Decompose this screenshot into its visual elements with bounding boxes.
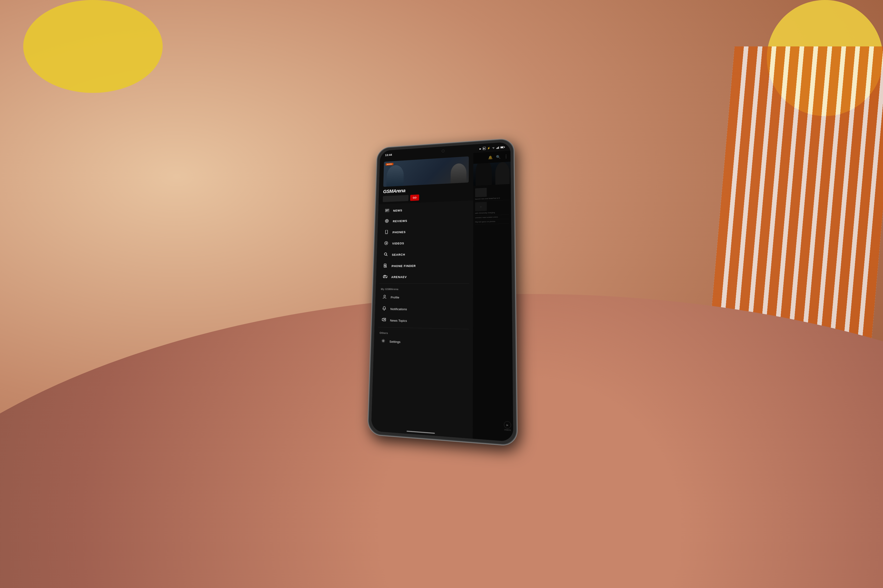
svg-point-6: [387, 220, 387, 221]
screen-content: launch new and MatePad st 6 ▶ with Dimen…: [371, 150, 513, 441]
nav-label-settings: Settings: [390, 340, 401, 344]
nav-label-phones: PHONES: [393, 230, 406, 234]
svg-point-20: [384, 295, 385, 297]
finder-icon: [383, 264, 388, 268]
phone-body: 13:44 ▶ ▶ ⚡: [368, 138, 517, 446]
nav-item-videos[interactable]: VIDEOS: [379, 236, 471, 249]
nav-item-profile[interactable]: Profile: [377, 291, 471, 303]
arenaev-icon: [383, 275, 387, 279]
nav-label-news-topics: News Topics: [390, 318, 407, 322]
nav-item-settings[interactable]: Settings: [376, 335, 471, 350]
reviews-icon: [385, 219, 389, 224]
nav-label-phone-finder: PHONE FINDER: [391, 264, 416, 267]
svg-rect-2: [386, 210, 389, 210]
nav-label-search: SEARCH: [392, 253, 405, 256]
news-icon: [385, 209, 390, 213]
search-go-button[interactable]: GO: [410, 194, 419, 201]
drawer-nav: NEWS REVIEWS: [371, 200, 473, 438]
notifications-icon: [382, 306, 387, 311]
navigation-drawer: MARS GSMArena GO: [371, 153, 473, 439]
nav-label-notifications: Notifications: [390, 307, 407, 311]
nav-item-arenaev[interactable]: ARENAEV: [378, 271, 471, 282]
bg-decoration-yellow-top: [23, 0, 162, 93]
nav-label-reviews: REVIEWS: [393, 219, 407, 223]
youtube-status-icon: ▶: [480, 147, 481, 150]
hero-person2: [451, 163, 466, 183]
my-gsmarena-section-label: My GSMArena: [376, 285, 473, 291]
nav-item-phone-finder[interactable]: PHONE FINDER: [378, 259, 471, 272]
topics-icon: [382, 318, 386, 322]
yt-icon: ▶: [483, 147, 486, 150]
phones-icon: [384, 230, 389, 235]
hero-person1: [387, 165, 404, 187]
nav-item-news-topics[interactable]: News Topics: [376, 315, 471, 327]
phone-screen: 13:44 ▶ ▶ ⚡: [371, 142, 513, 441]
svg-rect-3: [386, 211, 388, 211]
drawer-search-input[interactable]: [383, 195, 409, 202]
profile-icon: [382, 295, 387, 300]
svg-marker-10: [386, 242, 387, 244]
nav-label-news: NEWS: [393, 208, 402, 212]
phone-device: 13:44 ▶ ▶ ⚡: [368, 138, 517, 446]
search-nav-icon: [384, 252, 388, 257]
svg-line-12: [387, 255, 387, 256]
divider-1: [379, 283, 469, 284]
svg-rect-8: [386, 233, 387, 234]
nav-label-profile: Profile: [391, 296, 399, 299]
flash-icon: ⚡: [487, 147, 490, 150]
svg-point-18: [384, 277, 384, 278]
nav-label-videos: VIDEOS: [392, 242, 404, 245]
drawer-logo-area: MARS GSMArena GO: [379, 153, 473, 204]
status-time: 13:44: [385, 153, 392, 156]
battery-icon: [500, 146, 505, 148]
status-icons-group: ▶ ▶ ⚡: [480, 146, 505, 150]
svg-rect-1: [386, 209, 389, 210]
wifi-icon: [492, 146, 495, 149]
nav-item-search[interactable]: SEARCH: [378, 248, 471, 261]
nav-item-notifications[interactable]: Notifications: [377, 303, 471, 316]
svg-rect-7: [385, 230, 388, 234]
nav-label-arenaev: ARENAEV: [391, 275, 407, 279]
svg-point-14: [384, 265, 386, 266]
hero-badge: MARS: [385, 163, 393, 165]
signal-icon: [496, 146, 499, 149]
svg-point-23: [382, 340, 384, 342]
settings-icon: [381, 339, 386, 344]
videos-icon: [384, 241, 388, 246]
svg-point-11: [384, 253, 387, 255]
svg-point-19: [386, 277, 387, 278]
